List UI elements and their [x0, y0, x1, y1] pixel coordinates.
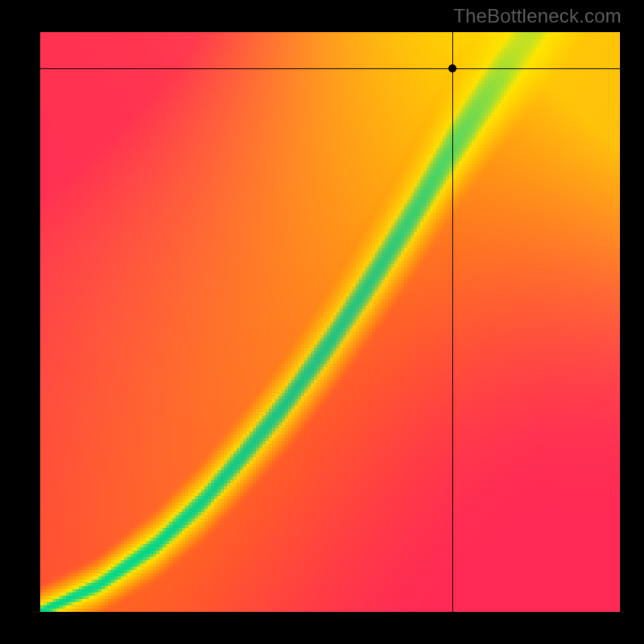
heatmap-plot	[40, 32, 620, 612]
chart-frame: TheBottleneck.com	[0, 0, 644, 644]
crosshair-vertical	[452, 32, 453, 612]
crosshair-horizontal	[40, 68, 620, 69]
heatmap-canvas	[40, 32, 620, 612]
watermark-text: TheBottleneck.com	[453, 5, 621, 27]
selection-marker	[448, 64, 456, 72]
